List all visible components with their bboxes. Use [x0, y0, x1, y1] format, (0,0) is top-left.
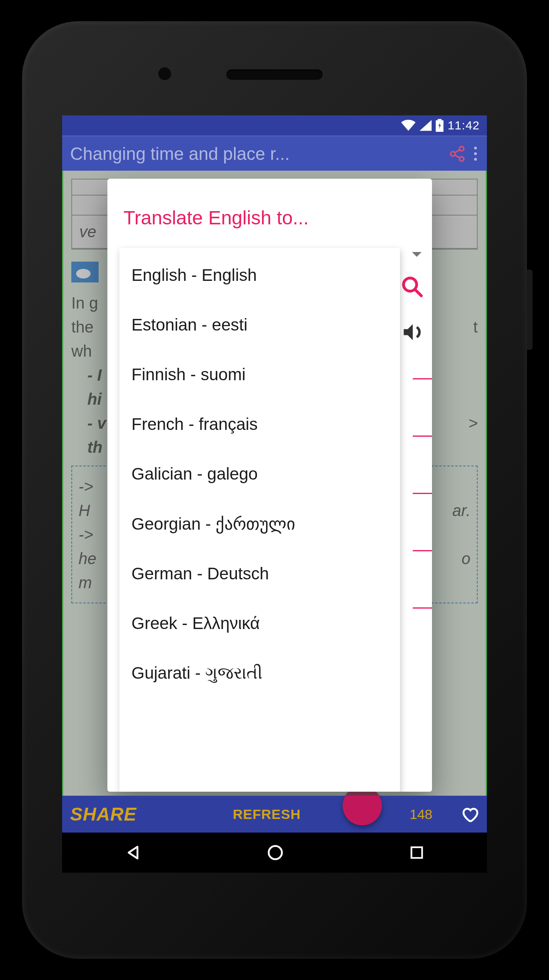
android-nav-bar	[62, 833, 487, 873]
phone-body: 11:42 Changing time and place r... ve	[22, 21, 527, 959]
page-title: Changing time and place r...	[70, 144, 440, 164]
language-option[interactable]: Gujarati - ગુજરાતી	[119, 648, 400, 698]
home-icon[interactable]	[266, 844, 284, 861]
more-icon[interactable]	[474, 147, 479, 161]
dialog-title: Translate English to...	[119, 195, 420, 248]
svg-line-8	[415, 289, 421, 296]
language-option[interactable]: Georgian - ქართული	[119, 499, 400, 549]
back-icon[interactable]	[124, 844, 142, 861]
svg-line-6	[455, 155, 460, 157]
earpiece	[226, 69, 323, 80]
share-icon[interactable]	[448, 145, 466, 163]
share-button[interactable]: SHARE	[70, 803, 137, 825]
bottom-bar: SHARE REFRESH 148	[62, 796, 487, 833]
svg-point-4	[460, 157, 464, 161]
speaker-icon[interactable]	[401, 320, 425, 344]
language-dropdown[interactable]: English - English Estonian - eesti Finni…	[119, 248, 400, 792]
language-option[interactable]: German - Deutsch	[119, 549, 400, 599]
battery-charging-icon	[436, 119, 444, 132]
language-option[interactable]: Greek - Ελληνικά	[119, 599, 400, 648]
like-count: 148	[410, 807, 432, 822]
refresh-button[interactable]: REFRESH	[233, 807, 301, 822]
status-bar: 11:42	[62, 115, 487, 135]
wifi-icon	[401, 120, 416, 131]
svg-point-9	[268, 846, 282, 859]
svg-point-2	[460, 146, 464, 151]
svg-rect-10	[411, 847, 422, 858]
heart-icon[interactable]	[460, 805, 479, 823]
language-option[interactable]: Galician - galego	[119, 449, 400, 499]
screen: 11:42 Changing time and place r... ve	[62, 115, 487, 873]
language-option[interactable]: Estonian - eesti	[119, 300, 400, 350]
search-icon[interactable]	[401, 275, 423, 298]
svg-rect-1	[438, 119, 442, 121]
divider-lines	[413, 378, 432, 609]
front-camera	[158, 67, 171, 80]
signal-icon	[420, 120, 432, 131]
language-option[interactable]: French - français	[119, 399, 400, 449]
translate-dialog: Translate English to... English - Englis…	[107, 179, 432, 792]
svg-point-3	[451, 151, 455, 156]
device-frame: 11:42 Changing time and place r... ve	[0, 0, 549, 980]
clock: 11:42	[448, 119, 480, 132]
recent-apps-icon[interactable]	[409, 845, 425, 861]
language-option[interactable]: Finnish - suomi	[119, 350, 400, 399]
app-bar: Changing time and place r...	[62, 135, 487, 171]
svg-line-5	[455, 149, 460, 152]
power-button	[527, 270, 533, 350]
language-option[interactable]: English - English	[119, 250, 400, 300]
content-area: ve In g thet wh - I hi - v> th -	[62, 171, 487, 796]
dropdown-caret-icon[interactable]	[412, 252, 422, 257]
